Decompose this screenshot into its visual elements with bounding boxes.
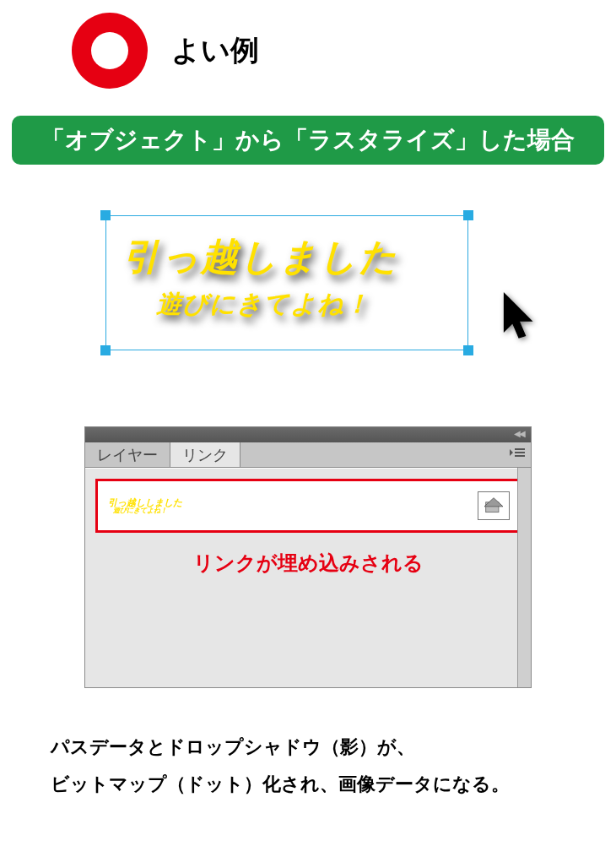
canvas-selection-area: 引っ越しました 遊びにきてよね！: [72, 215, 544, 376]
embedded-link-icon: [478, 491, 510, 520]
raster-sample-line-2: 遊びにきてよね！: [156, 287, 370, 322]
panel-collapse-icon[interactable]: ◀◀: [514, 429, 524, 438]
embed-caption: リンクが埋め込みされる: [95, 550, 521, 577]
panel-scrollbar[interactable]: [517, 468, 531, 687]
svg-rect-1: [515, 452, 525, 453]
links-panel: ◀◀ レイヤー リンク 引っ越ししました 遊びにきてよね！: [84, 426, 532, 688]
panel-menu-icon[interactable]: [509, 446, 526, 459]
header: よい例: [0, 0, 616, 106]
selection-handle-top-right[interactable]: [463, 210, 473, 220]
tab-links[interactable]: リンク: [170, 442, 240, 467]
footer-explanation: パスデータとドロップシャドウ（影）が、 ビットマップ（ドット）化され、画像データ…: [51, 729, 565, 803]
footer-line-2: ビットマップ（ドット）化され、画像データになる。: [51, 766, 565, 803]
raster-sample-line-1: 引っ越しました: [122, 232, 398, 282]
selection-handle-bottom-left[interactable]: [100, 345, 111, 355]
selection-handle-bottom-right[interactable]: [463, 345, 473, 355]
good-example-circle-icon: [72, 13, 148, 89]
link-item-row[interactable]: 引っ越ししました 遊びにきてよね！: [95, 479, 521, 533]
tab-layers[interactable]: レイヤー: [85, 442, 170, 467]
svg-rect-2: [515, 455, 525, 457]
panel-titlebar[interactable]: ◀◀: [85, 427, 531, 442]
svg-rect-0: [515, 448, 525, 450]
panel-tab-strip: レイヤー リンク: [85, 442, 531, 468]
panel-body: 引っ越ししました 遊びにきてよね！ リンクが埋め込みされる: [85, 468, 531, 687]
footer-line-1: パスデータとドロップシャドウ（影）が、: [51, 729, 565, 766]
thumb-line-1: 引っ越ししました: [108, 497, 182, 507]
cursor-arrow-icon: [502, 291, 536, 342]
selection-handle-top-left[interactable]: [100, 210, 111, 220]
link-thumbnail: 引っ越ししました 遊びにきてよね！: [108, 497, 182, 515]
header-title: よい例: [171, 31, 259, 70]
thumb-line-2: 遊びにきてよね！: [113, 507, 182, 515]
section-banner: 「オブジェクト」から「ラスタライズ」した場合: [12, 116, 604, 165]
